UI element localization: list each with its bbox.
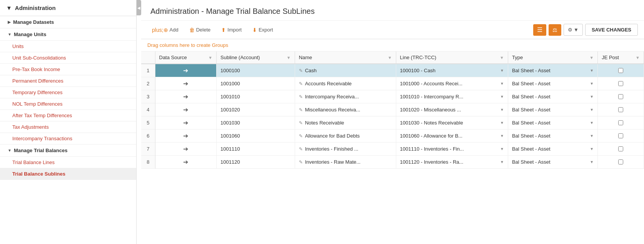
filter-datasource[interactable]: ▼ <box>208 55 212 60</box>
jepost-checkbox[interactable] <box>618 159 623 164</box>
save-changes-button[interactable]: SAVE CHANGES <box>585 24 638 36</box>
sidebar-item-tb-lines[interactable]: Trial Balance Lines <box>0 157 136 168</box>
import-button[interactable]: ⬆ Import <box>217 25 246 35</box>
cell-jepost-5[interactable] <box>598 116 644 129</box>
line-dropdown-caret[interactable]: ▼ <box>500 121 504 125</box>
filter-name[interactable]: ▼ <box>388 55 392 60</box>
filter-button[interactable]: ⚖ <box>549 24 561 36</box>
jepost-checkbox[interactable] <box>618 94 623 99</box>
edit-icon[interactable]: ✎ <box>299 133 303 139</box>
cell-type-6[interactable]: Bal Sheet - Asset▼ <box>508 129 597 143</box>
cell-type-8[interactable]: Bal Sheet - Asset▼ <box>508 156 597 169</box>
list-view-button[interactable]: ☰ <box>533 24 546 36</box>
type-dropdown-caret[interactable]: ▼ <box>590 81 594 86</box>
cell-jepost-2[interactable] <box>598 77 644 90</box>
sidebar-collapse-handle[interactable]: ◀ <box>137 0 141 15</box>
type-dropdown-caret[interactable]: ▼ <box>590 121 594 125</box>
sidebar-item-temp-diff[interactable]: Temporary Differences <box>0 87 136 98</box>
cell-jepost-7[interactable] <box>598 143 644 156</box>
cell-name-5[interactable]: ✎Notes Receivable <box>295 116 396 129</box>
cell-line-7[interactable]: 1001110 - Inventories - Fin...▼ <box>396 143 508 156</box>
cell-name-6[interactable]: ✎Allowance for Bad Debts <box>295 129 396 143</box>
type-dropdown-caret[interactable]: ▼ <box>590 108 594 112</box>
cell-type-1[interactable]: Bal Sheet - Asset▼ <box>508 64 597 77</box>
cell-jepost-3[interactable] <box>598 90 644 103</box>
add-button[interactable]: plus;⊕ Add <box>147 25 183 35</box>
line-dropdown-caret[interactable]: ▼ <box>500 134 504 138</box>
table-row[interactable]: 7➔1001110✎Inventories - Finished ...1001… <box>141 143 644 156</box>
cell-datasource-3[interactable]: ➔ <box>155 90 217 103</box>
edit-icon[interactable]: ✎ <box>299 146 303 152</box>
cell-datasource-2[interactable]: ➔ <box>155 77 217 90</box>
type-dropdown-caret[interactable]: ▼ <box>590 68 594 73</box>
sidebar-item-unit-sub[interactable]: Unit Sub-Consolidations <box>0 52 136 64</box>
settings-button[interactable]: ⚙ ▼ <box>564 24 583 36</box>
cell-type-4[interactable]: Bal Sheet - Asset▼ <box>508 103 597 116</box>
jepost-checkbox[interactable] <box>618 120 623 125</box>
cell-datasource-6[interactable]: ➔ <box>155 129 217 143</box>
filter-subline[interactable]: ▼ <box>287 55 291 60</box>
table-row[interactable]: 2➔1001000✎Accounts Receivable1001000 - A… <box>141 77 644 90</box>
edit-icon[interactable]: ✎ <box>299 94 303 100</box>
filter-type[interactable]: ▼ <box>589 55 594 60</box>
edit-icon[interactable]: ✎ <box>299 120 303 126</box>
cell-jepost-8[interactable] <box>598 156 644 169</box>
cell-type-5[interactable]: Bal Sheet - Asset▼ <box>508 116 597 129</box>
delete-button[interactable]: 🗑 Delete <box>185 25 215 35</box>
sidebar-item-perm-diff[interactable]: Permanent Differences <box>0 75 136 87</box>
sidebar-item-tb-sublines[interactable]: Trial Balance Sublines <box>0 168 136 180</box>
sidebar-group-manage-trial-balances[interactable]: ▼ Manage Trial Balances <box>0 144 136 157</box>
sidebar-item-tax-adj[interactable]: Tax Adjustments <box>0 121 136 133</box>
jepost-checkbox[interactable] <box>618 107 623 112</box>
line-dropdown-caret[interactable]: ▼ <box>500 68 504 73</box>
line-dropdown-caret[interactable]: ▼ <box>500 95 504 99</box>
edit-icon[interactable]: ✎ <box>299 68 303 73</box>
edit-icon[interactable]: ✎ <box>299 107 303 113</box>
line-dropdown-caret[interactable]: ▼ <box>500 160 504 164</box>
cell-name-3[interactable]: ✎Intercompany Receiva... <box>295 90 396 103</box>
sidebar-item-pretax[interactable]: Pre-Tax Book Income <box>0 64 136 75</box>
cell-name-7[interactable]: ✎Inventories - Finished ... <box>295 143 396 156</box>
cell-line-4[interactable]: 1001020 - Miscellaneous ...▼ <box>396 103 508 116</box>
cell-name-1[interactable]: ✎Cash <box>295 64 396 77</box>
line-dropdown-caret[interactable]: ▼ <box>500 147 504 151</box>
table-row[interactable]: 3➔1001010✎Intercompany Receiva...1001010… <box>141 90 644 103</box>
cell-datasource-5[interactable]: ➔ <box>155 116 217 129</box>
cell-type-3[interactable]: Bal Sheet - Asset▼ <box>508 90 597 103</box>
cell-name-4[interactable]: ✎Miscellaneous Receiva... <box>295 103 396 116</box>
cell-line-3[interactable]: 1001010 - Intercompany R...▼ <box>396 90 508 103</box>
sidebar-caret-admin[interactable]: ▼ <box>6 5 12 11</box>
cell-line-6[interactable]: 1001060 - Allowance for B...▼ <box>396 129 508 143</box>
jepost-checkbox[interactable] <box>618 146 623 151</box>
sidebar-item-after-tax[interactable]: After Tax Temp Differences <box>0 110 136 121</box>
cell-datasource-7[interactable]: ➔ <box>155 143 217 156</box>
cell-line-5[interactable]: 1001030 - Notes Receivable▼ <box>396 116 508 129</box>
table-row[interactable]: 6➔1001060✎Allowance for Bad Debts1001060… <box>141 129 644 143</box>
cell-line-1[interactable]: 1000100 - Cash▼ <box>396 64 508 77</box>
table-row[interactable]: 4➔1001020✎Miscellaneous Receiva...100102… <box>141 103 644 116</box>
type-dropdown-caret[interactable]: ▼ <box>590 134 594 138</box>
line-dropdown-caret[interactable]: ▼ <box>500 108 504 112</box>
jepost-checkbox[interactable] <box>618 81 623 86</box>
filter-line[interactable]: ▼ <box>500 55 504 60</box>
edit-icon[interactable]: ✎ <box>299 81 303 86</box>
type-dropdown-caret[interactable]: ▼ <box>590 95 594 99</box>
sidebar-item-units[interactable]: Units <box>0 41 136 52</box>
cell-jepost-4[interactable] <box>598 103 644 116</box>
sidebar-group-manage-units[interactable]: ▼ Manage Units <box>0 28 136 41</box>
sidebar-group-manage-datasets[interactable]: ▶ Manage Datasets <box>0 16 136 28</box>
cell-type-7[interactable]: Bal Sheet - Asset▼ <box>508 143 597 156</box>
cell-jepost-1[interactable] <box>598 64 644 77</box>
cell-line-8[interactable]: 1001120 - Inventories - Ra...▼ <box>396 156 508 169</box>
cell-datasource-8[interactable]: ➔ <box>155 156 217 169</box>
jepost-checkbox[interactable] <box>618 68 623 73</box>
export-button[interactable]: ⬇ Export <box>248 25 278 35</box>
cell-datasource-4[interactable]: ➔ <box>155 103 217 116</box>
cell-type-2[interactable]: Bal Sheet - Asset▼ <box>508 77 597 90</box>
table-row[interactable]: 1➔1000100✎Cash1000100 - Cash▼Bal Sheet -… <box>141 64 644 77</box>
cell-datasource-1[interactable]: ➔ <box>155 64 217 77</box>
cell-line-2[interactable]: 1001000 - Accounts Recei...▼ <box>396 77 508 90</box>
edit-icon[interactable]: ✎ <box>299 159 303 165</box>
type-dropdown-caret[interactable]: ▼ <box>590 160 594 164</box>
sidebar-item-interco[interactable]: Intercompany Transactions <box>0 133 136 144</box>
